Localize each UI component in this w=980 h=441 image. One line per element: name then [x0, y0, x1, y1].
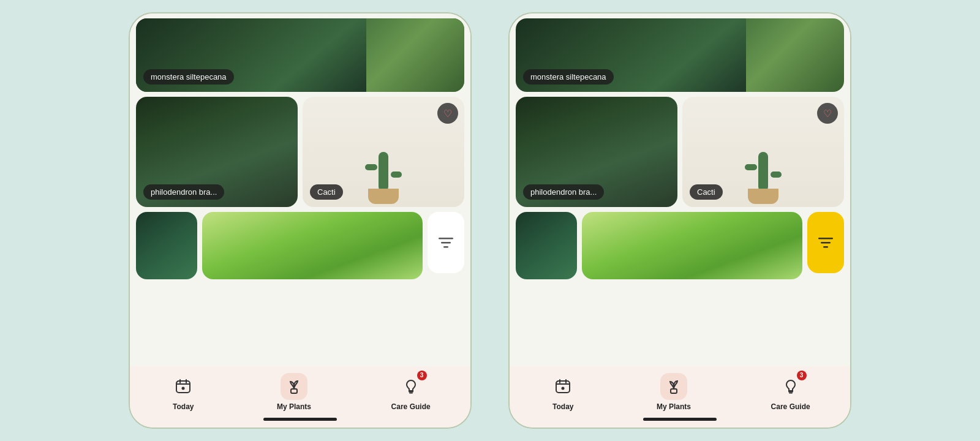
nav-today-2[interactable]: Today — [549, 373, 576, 411]
monstera-label: monstera siltepecana — [143, 69, 234, 85]
nav-items-1: Today My Plants — [130, 373, 470, 411]
nav-myplants-label-1: My Plants — [277, 402, 311, 411]
lightbulb-icon-2 — [783, 379, 799, 394]
nav-careguide-1[interactable]: 3 Care Guide — [391, 373, 431, 411]
bottom-nav-1: Today My Plants — [130, 366, 470, 428]
plant-icon-2 — [666, 379, 682, 394]
svg-rect-13 — [823, 246, 828, 248]
nav-today-label-2: Today — [552, 402, 573, 411]
svg-rect-12 — [821, 242, 831, 244]
philodendron-card-2[interactable]: philodendron bra... — [516, 97, 677, 207]
careguide-icon-wrap-2: 3 — [777, 373, 804, 400]
myplants-icon-wrap-2 — [660, 373, 687, 400]
svg-point-7 — [182, 386, 185, 390]
calendar-icon-1 — [175, 379, 191, 394]
philodendron-card[interactable]: philodendron bra... — [136, 97, 298, 207]
phone-content-2: monstera siltepecana philodendron bra...… — [510, 13, 850, 366]
nav-careguide-2[interactable]: 3 Care Guide — [771, 373, 810, 411]
careguide-badge-1: 3 — [417, 371, 427, 380]
home-indicator-1 — [263, 418, 337, 421]
nav-careguide-label-1: Care Guide — [391, 402, 431, 411]
nav-items-2: Today My Plants — [510, 373, 850, 411]
bottom-content-1 — [136, 212, 464, 279]
nav-myplants-1[interactable]: My Plants — [277, 373, 311, 411]
today-icon-wrap-2 — [549, 373, 576, 400]
nav-today-label-1: Today — [173, 402, 194, 411]
phone-2: monstera siltepecana philodendron bra...… — [508, 12, 851, 429]
home-indicator-2 — [643, 418, 717, 421]
monstera-right — [366, 18, 464, 92]
cacti-card-2[interactable]: Cacti ♡ — [682, 97, 844, 207]
svg-rect-8 — [291, 389, 297, 393]
phone-content-1: monstera siltepecana philodendron bra...… — [130, 13, 470, 366]
monstera-right-2 — [746, 18, 844, 92]
nav-myplants-2[interactable]: My Plants — [657, 373, 691, 411]
svg-point-18 — [562, 386, 565, 390]
svg-rect-0 — [439, 238, 453, 239]
monstera-label-2: monstera siltepecana — [523, 69, 614, 85]
top-card-2[interactable]: monstera siltepecana — [516, 18, 844, 92]
filter-button-1[interactable] — [428, 212, 464, 273]
philodendron-label-2: philodendron bra... — [523, 184, 604, 200]
myplants-icon-wrap-1 — [281, 373, 307, 400]
dracaena-card-2[interactable] — [516, 212, 577, 279]
bottom-nav-2: Today My Plants — [510, 366, 850, 428]
svg-rect-11 — [818, 238, 833, 239]
cacti-label: Cacti — [310, 184, 343, 200]
top-card-1[interactable]: monstera siltepecana — [136, 18, 464, 92]
cacti-label-2: Cacti — [690, 184, 723, 200]
phone-1: monstera siltepecana philodendron bra...… — [129, 12, 472, 429]
filter-button-2[interactable] — [807, 212, 844, 273]
svg-rect-1 — [441, 242, 451, 244]
nav-myplants-label-2: My Plants — [657, 402, 691, 411]
bottom-content-2 — [516, 212, 844, 279]
today-icon-wrap-1 — [170, 373, 197, 400]
mid-row-2: philodendron bra... Cacti ♡ — [516, 97, 844, 207]
cacti-card[interactable]: Cacti ♡ — [303, 97, 464, 207]
tropical-card-2[interactable] — [582, 212, 802, 279]
heart-button-1[interactable]: ♡ — [437, 103, 458, 124]
philodendron-label: philodendron bra... — [143, 184, 224, 200]
lightbulb-icon-1 — [403, 379, 419, 394]
plant-icon-1 — [286, 379, 302, 394]
nav-today-1[interactable]: Today — [170, 373, 197, 411]
careguide-badge-2: 3 — [797, 371, 807, 380]
calendar-icon-2 — [555, 379, 571, 394]
heart-button-2[interactable]: ♡ — [817, 103, 838, 124]
svg-rect-19 — [671, 389, 677, 393]
tropical-card[interactable] — [202, 212, 423, 279]
dracaena-card[interactable] — [136, 212, 197, 279]
careguide-icon-wrap-1: 3 — [398, 373, 424, 400]
mid-row-1: philodendron bra... Cacti ♡ — [136, 97, 464, 207]
svg-rect-2 — [443, 246, 448, 248]
nav-careguide-label-2: Care Guide — [771, 402, 810, 411]
